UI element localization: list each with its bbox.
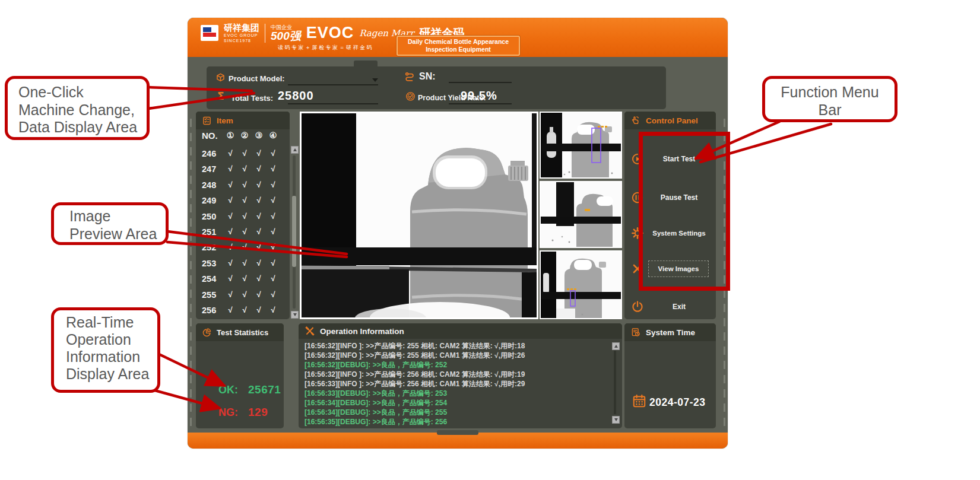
power-icon [630,300,645,314]
total-tests-field[interactable]: 25800 [288,89,378,104]
product-model-label: Product Model: [229,74,285,83]
table-row[interactable]: 251√√√√ [196,224,290,240]
ok-label: OK: [218,384,238,396]
sn-field[interactable] [449,71,512,83]
check-mark: √ [237,256,252,271]
check-mark: √ [223,193,237,208]
preview-thumbnail-1[interactable] [540,112,622,179]
preview-image-2 [541,182,621,247]
row-no: 252 [196,240,223,255]
item-table-header: NO. ① ② ③ ④ [196,131,290,141]
table-row[interactable]: 255√√√√ [196,287,290,303]
chevron-down-icon[interactable] [372,78,378,82]
crossed-tools-icon [305,326,315,336]
callout-realtime-info-area: Real-Time Operation Information Display … [51,307,160,393]
check-mark: √ [252,177,266,193]
row-no: 247 [196,161,223,177]
check-mark: √ [266,240,280,255]
operation-information-panel: Operation Information [16:56:32][INFO ]:… [299,323,622,428]
check-mark: √ [266,271,280,287]
check-mark: √ [252,256,266,271]
log-scrollbar-track[interactable] [614,351,616,414]
col-4: ④ [266,131,280,141]
check-mark: √ [266,193,280,208]
item-scrollbar-thumb[interactable] [292,196,296,267]
log-line: [16:56:32][DEBUG]: >>良品，产品编号: 252 [305,360,608,370]
row-no: 251 [196,224,223,240]
check-mark: √ [223,271,237,287]
check-mark: √ [237,161,252,177]
system-time-header: System Time [624,323,716,341]
bottle-photo [302,113,537,317]
table-row[interactable]: 253√√√√ [196,256,290,271]
data-display-panel: Product Model: Σ Total Tests: 25800 SN: … [207,66,666,109]
screenshot-canvas: 研祥集团 EVOC GROUP SINCE1978 中国企业 500强 EVOC… [0,0,980,480]
col-3: ③ [252,131,266,141]
control-panel-header: Control Panel [624,112,716,129]
item-table-body: 246√√√√247√√√√248√√√√249√√√√250√√√√251√√… [196,146,290,318]
table-row[interactable]: 250√√√√ [196,209,290,224]
test-statistics-header: Test Statistics [196,323,284,341]
check-mark: √ [252,161,266,177]
item-scroll-down-button[interactable] [291,311,299,319]
logo-group: 研祥集团 EVOC GROUP SINCE1978 [224,23,259,43]
app-title-line1: Daily Chemical Bottle Appearance [408,38,509,46]
evoc-wordmark: EVOC [306,24,354,42]
preview-thumbnail-2[interactable] [540,181,622,248]
table-row[interactable]: 254√√√√ [196,271,290,287]
item-panel: Item NO. ① ② ③ ④ 246√√√√247√√√√248√√√√24… [196,112,290,319]
table-row[interactable]: 246√√√√ [196,146,290,161]
check-mark: √ [252,209,266,224]
log-scroll-up-button[interactable] [612,342,620,350]
preview-image-1 [541,113,621,177]
check-mark: √ [266,256,280,271]
app-title-line2: Inspection Equipment [426,46,491,53]
check-mark: √ [266,161,280,177]
check-mark: √ [223,224,237,240]
exit-button[interactable]: Exit [624,297,716,317]
system-time-panel: System Time 2024-07-23 [624,323,716,428]
item-scroll-up-button[interactable] [291,146,299,154]
table-row[interactable]: 247√√√√ [196,161,290,177]
log-line: [16:56:33][INFO ]: >>产品编号: 256 相机: CAM1 … [305,379,608,389]
control-panel-title: Control Panel [646,116,698,125]
row-no: 249 [196,193,223,208]
table-row[interactable]: 256√√√√ [196,303,290,318]
check-mark: √ [252,271,266,287]
check-mark: √ [223,287,237,303]
table-row[interactable]: 252√√√√ [196,240,290,255]
sn-label: SN: [419,71,436,82]
system-time-title: System Time [646,328,695,337]
document-clock-icon [630,327,641,338]
item-panel-header: Item [196,112,290,129]
check-mark: √ [252,224,266,240]
evoc-logo-icon [201,25,218,41]
log-lines: [16:56:32][INFO ]: >>产品编号: 255 相机: CAM2 … [305,341,608,426]
operation-information-header: Operation Information [299,323,622,339]
log-line: [16:56:34][DEBUG]: >>良品，产品编号: 255 [305,408,608,417]
product-model-dropdown[interactable] [288,72,378,85]
yield-rate-field[interactable]: 99.5% [449,89,512,104]
col-1: ① [223,131,237,141]
table-row[interactable]: 248√√√√ [196,177,290,193]
table-row[interactable]: 249√√√√ [196,193,290,208]
calendar-icon [632,393,647,409]
app-title-badge: Daily Chemical Bottle Appearance Inspect… [397,36,520,56]
total-tests-value: 25800 [278,89,314,103]
preview-image-3 [541,252,621,318]
row-no: 250 [196,209,223,224]
hand-pointer-icon [630,115,641,126]
product-model-icon [215,72,226,84]
check-mark: √ [223,209,237,224]
check-mark: √ [223,146,237,161]
row-no: 246 [196,146,223,161]
check-mark: √ [237,303,252,318]
total-tests-label: Total Tests: [231,94,273,103]
logo-500: 500强 [271,30,301,42]
log-scroll-down-button[interactable] [612,416,620,424]
sn-icon [404,71,416,83]
preview-thumbnail-3[interactable] [540,250,622,319]
check-mark: √ [223,177,237,193]
app-footer [188,433,728,449]
log-line: [16:56:35][DEBUG]: >>良品，产品编号: 256 [305,417,608,426]
